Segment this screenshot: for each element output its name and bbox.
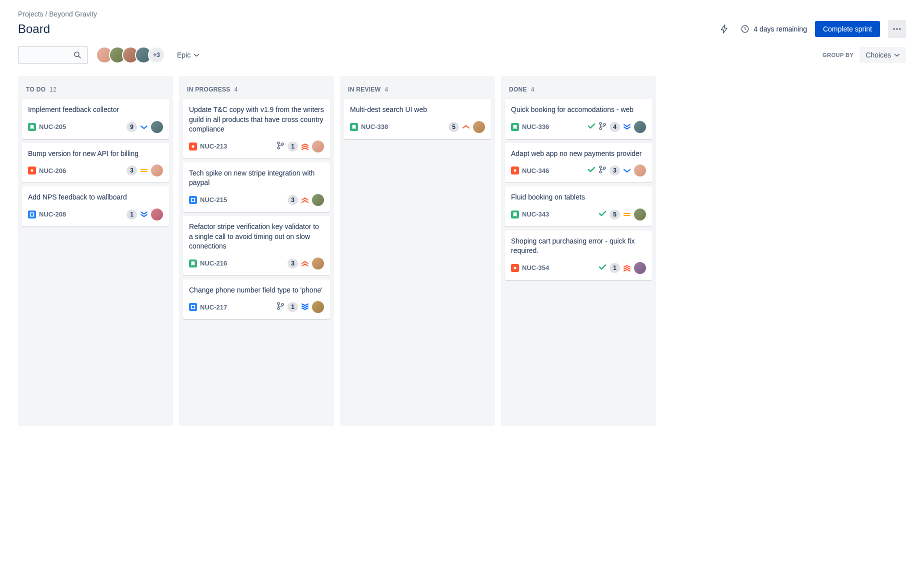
story-points-badge: 1 (610, 263, 620, 273)
assignee-avatar[interactable] (634, 262, 646, 274)
svg-point-8 (899, 28, 900, 30)
priority-low-icon (623, 166, 631, 174)
priority-lowest-icon (623, 123, 631, 131)
priority-high-icon (462, 123, 470, 131)
story-points-badge: 3 (610, 166, 620, 176)
priority-medium-icon (140, 166, 148, 174)
assignee-avatar[interactable] (634, 121, 646, 133)
avatar-stack[interactable]: +3 (96, 46, 165, 64)
branch-icon (598, 166, 606, 176)
card[interactable]: Bump version for new API for billing NUC… (22, 143, 169, 183)
card-title: Add NPS feedback to wallboard (28, 192, 163, 202)
priority-lowest-icon (140, 210, 148, 218)
priority-medium-icon (623, 210, 631, 218)
card-title: Update T&C copy with v1.9 from the write… (189, 105, 324, 134)
complete-sprint-button[interactable]: Complete sprint (815, 21, 880, 37)
story-points-badge: 5 (610, 210, 620, 220)
check-icon (588, 166, 596, 176)
breadcrumb-root[interactable]: Projects (18, 10, 44, 18)
bug-icon (511, 264, 519, 272)
issue-key: NUC-338 (361, 123, 388, 130)
avatar-overflow[interactable]: +3 (148, 46, 165, 64)
story-points-badge: 9 (126, 122, 137, 132)
assignee-avatar[interactable] (312, 301, 324, 313)
card[interactable]: Multi-dest search UI web NUC-338 5 (344, 99, 491, 139)
clock-icon (740, 24, 750, 34)
priority-high-icon (301, 260, 309, 268)
story-points-badge: 3 (288, 258, 298, 268)
column-header: DONE 4 (505, 80, 652, 99)
issue-key: NUC-346 (522, 167, 549, 174)
card[interactable]: Change phone number field type to 'phone… (183, 280, 330, 320)
card[interactable]: Tech spike on new stripe integration wit… (183, 162, 330, 212)
story-icon (350, 123, 358, 131)
assignee-avatar[interactable] (634, 208, 646, 220)
assignee-avatar[interactable] (473, 121, 485, 133)
search-input[interactable] (18, 46, 88, 64)
issue-key: NUC-343 (522, 210, 549, 218)
svg-point-7 (896, 28, 898, 30)
epic-filter[interactable]: Epic (173, 48, 204, 62)
group-by-label: GROUP BY (822, 52, 854, 58)
story-points-badge: 1 (288, 142, 298, 152)
assignee-avatar[interactable] (312, 194, 324, 206)
assignee-avatar[interactable] (151, 121, 163, 133)
issue-key: NUC-206 (39, 167, 66, 174)
assignee-avatar[interactable] (634, 164, 646, 176)
priority-high-icon (301, 196, 309, 204)
bug-icon (28, 166, 36, 174)
priority-lowest-icon (301, 303, 309, 311)
task-icon (189, 196, 197, 204)
story-points-badge: 1 (126, 210, 137, 220)
card[interactable]: Fluid booking on tablets NUC-343 5 (505, 186, 652, 226)
assignee-avatar[interactable] (312, 140, 324, 152)
card-title: Multi-dest search UI web (350, 105, 485, 115)
card-title: Change phone number field type to 'phone… (189, 286, 324, 296)
column-in-review: IN REVIEW 4 Multi-dest search UI web NUC… (340, 76, 495, 426)
group-by-select[interactable]: Choices (860, 47, 906, 63)
story-icon (28, 123, 36, 131)
task-icon (28, 210, 36, 218)
card[interactable]: Shoping cart purchasing error - quick fi… (505, 230, 652, 280)
card-title: Refactor stripe verification key validat… (189, 222, 324, 252)
card[interactable]: Update T&C copy with v1.9 from the write… (183, 99, 330, 158)
issue-key: NUC-217 (200, 304, 227, 311)
issue-key: NUC-213 (200, 142, 227, 150)
story-icon (511, 123, 519, 131)
board: TO DO 12 Implement feedback collector NU… (18, 76, 906, 426)
issue-key: NUC-205 (39, 123, 66, 130)
card-title: Implement feedback collector (28, 105, 163, 115)
assignee-avatar[interactable] (312, 258, 324, 270)
column-in-progress: IN PROGRESS 4 Update T&C copy with v1.9 … (179, 76, 334, 426)
more-menu-button[interactable] (888, 20, 906, 38)
card-title: Adapt web app no new payments provider (511, 149, 646, 159)
issue-key: NUC-354 (522, 264, 549, 272)
ellipsis-icon (892, 24, 902, 34)
card[interactable]: Add NPS feedback to wallboard NUC-208 1 (22, 186, 169, 226)
bug-icon (189, 142, 197, 150)
assignee-avatar[interactable] (151, 208, 163, 220)
card[interactable]: Adapt web app no new payments provider N… (505, 143, 652, 183)
story-icon (511, 210, 519, 218)
page-title: Board (18, 22, 50, 36)
automation-icon[interactable] (716, 21, 732, 37)
issue-key: NUC-215 (200, 196, 227, 204)
svg-point-6 (894, 28, 895, 30)
task-icon (189, 303, 197, 311)
branch-icon (276, 142, 284, 152)
card-title: Bump version for new API for billing (28, 149, 163, 159)
card[interactable]: Quick booking for accomodations - web NU… (505, 99, 652, 139)
check-icon (588, 122, 596, 132)
card[interactable]: Implement feedback collector NUC-205 9 (22, 99, 169, 139)
breadcrumb-project[interactable]: Beyond Gravity (49, 10, 97, 18)
assignee-avatar[interactable] (151, 164, 163, 176)
check-icon (598, 263, 606, 273)
story-points-badge: 3 (288, 195, 298, 205)
card[interactable]: Refactor stripe verification key validat… (183, 216, 330, 276)
column-done: DONE 4 Quick booking for accomodations -… (501, 76, 656, 426)
chevron-down-icon (194, 52, 200, 58)
card-title: Tech spike on new stripe integration wit… (189, 168, 324, 188)
column-header: TO DO 12 (22, 80, 169, 99)
card-title: Shoping cart purchasing error - quick fi… (511, 236, 646, 256)
issue-key: NUC-216 (200, 260, 227, 267)
